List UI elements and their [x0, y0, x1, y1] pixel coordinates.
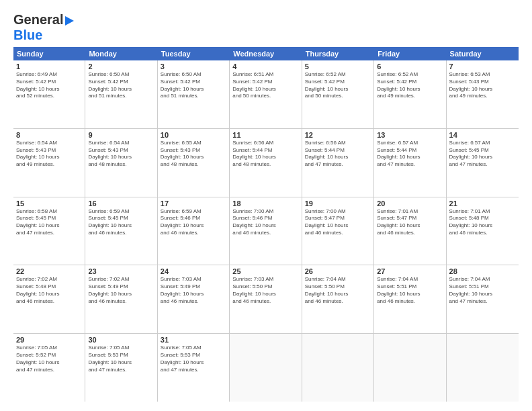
day-number: 6	[377, 62, 443, 71]
logo-blue: Blue	[13, 28, 42, 42]
day-info: Sunrise: 7:00 AM Sunset: 5:46 PM Dayligh…	[232, 208, 298, 237]
calendar-cell: 5Sunrise: 6:52 AM Sunset: 5:42 PM Daylig…	[302, 60, 374, 128]
day-info: Sunrise: 7:05 AM Sunset: 5:53 PM Dayligh…	[88, 345, 154, 373]
logo: General Blue	[13, 12, 74, 43]
day-number: 9	[88, 131, 154, 139]
day-number: 28	[449, 267, 516, 275]
day-info: Sunrise: 6:59 AM Sunset: 5:45 PM Dayligh…	[88, 208, 154, 237]
day-info: Sunrise: 6:57 AM Sunset: 5:44 PM Dayligh…	[377, 140, 443, 169]
header-day-thursday: Thursday	[302, 47, 374, 60]
day-number: 29	[16, 336, 82, 344]
day-info: Sunrise: 7:05 AM Sunset: 5:52 PM Dayligh…	[16, 345, 82, 373]
calendar-cell: 8Sunrise: 6:54 AM Sunset: 5:43 PM Daylig…	[13, 129, 85, 197]
day-number: 18	[232, 199, 298, 208]
logo-general: General	[13, 12, 63, 28]
calendar-cell: 27Sunrise: 7:04 AM Sunset: 5:51 PM Dayli…	[374, 265, 446, 333]
calendar-cell	[447, 334, 519, 402]
calendar-cell: 2Sunrise: 6:50 AM Sunset: 5:42 PM Daylig…	[85, 60, 157, 128]
day-info: Sunrise: 7:05 AM Sunset: 5:53 PM Dayligh…	[161, 345, 226, 373]
day-number: 13	[377, 131, 443, 139]
calendar-cell	[302, 334, 374, 402]
day-info: Sunrise: 7:04 AM Sunset: 5:51 PM Dayligh…	[377, 276, 443, 305]
day-info: Sunrise: 6:59 AM Sunset: 5:46 PM Dayligh…	[161, 208, 226, 237]
calendar-cell: 18Sunrise: 7:00 AM Sunset: 5:46 PM Dayli…	[230, 197, 302, 265]
calendar-body: 1Sunrise: 6:49 AM Sunset: 5:42 PM Daylig…	[13, 60, 519, 402]
calendar-cell: 25Sunrise: 7:03 AM Sunset: 5:50 PM Dayli…	[230, 265, 302, 333]
day-info: Sunrise: 6:54 AM Sunset: 5:43 PM Dayligh…	[16, 140, 82, 169]
logo-arrow-icon	[65, 16, 74, 26]
calendar-cell: 4Sunrise: 6:51 AM Sunset: 5:42 PM Daylig…	[230, 60, 302, 128]
calendar-cell: 20Sunrise: 7:01 AM Sunset: 5:47 PM Dayli…	[374, 197, 446, 265]
day-info: Sunrise: 6:52 AM Sunset: 5:42 PM Dayligh…	[305, 71, 371, 100]
day-number: 5	[305, 62, 371, 71]
calendar-cell: 10Sunrise: 6:55 AM Sunset: 5:43 PM Dayli…	[158, 129, 230, 197]
day-info: Sunrise: 6:54 AM Sunset: 5:43 PM Dayligh…	[88, 140, 154, 169]
calendar-cell: 6Sunrise: 6:52 AM Sunset: 5:42 PM Daylig…	[374, 60, 446, 128]
day-number: 15	[16, 199, 82, 208]
day-info: Sunrise: 7:03 AM Sunset: 5:50 PM Dayligh…	[232, 276, 298, 305]
day-number: 3	[161, 62, 226, 71]
day-info: Sunrise: 7:02 AM Sunset: 5:49 PM Dayligh…	[88, 276, 154, 305]
header-day-tuesday: Tuesday	[158, 47, 230, 60]
calendar-week-1: 1Sunrise: 6:49 AM Sunset: 5:42 PM Daylig…	[13, 60, 519, 129]
header: General Blue	[13, 12, 519, 43]
day-info: Sunrise: 6:53 AM Sunset: 5:43 PM Dayligh…	[449, 71, 516, 100]
day-number: 30	[88, 336, 154, 344]
calendar-cell	[230, 334, 302, 402]
calendar-cell: 14Sunrise: 6:57 AM Sunset: 5:45 PM Dayli…	[447, 129, 519, 197]
day-info: Sunrise: 6:57 AM Sunset: 5:45 PM Dayligh…	[449, 140, 516, 169]
day-info: Sunrise: 6:50 AM Sunset: 5:42 PM Dayligh…	[161, 71, 226, 100]
day-number: 7	[449, 62, 516, 71]
day-info: Sunrise: 7:02 AM Sunset: 5:48 PM Dayligh…	[16, 276, 82, 305]
calendar-cell: 28Sunrise: 7:04 AM Sunset: 5:51 PM Dayli…	[447, 265, 519, 333]
calendar-header: SundayMondayTuesdayWednesdayThursdayFrid…	[13, 47, 519, 60]
calendar-cell: 11Sunrise: 6:56 AM Sunset: 5:44 PM Dayli…	[230, 129, 302, 197]
header-day-friday: Friday	[374, 47, 446, 60]
day-number: 16	[88, 199, 154, 208]
day-info: Sunrise: 6:52 AM Sunset: 5:42 PM Dayligh…	[377, 71, 443, 100]
day-number: 4	[232, 62, 298, 71]
day-number: 20	[377, 199, 443, 208]
calendar-cell: 13Sunrise: 6:57 AM Sunset: 5:44 PM Dayli…	[374, 129, 446, 197]
header-day-monday: Monday	[85, 47, 157, 60]
calendar-cell: 17Sunrise: 6:59 AM Sunset: 5:46 PM Dayli…	[158, 197, 230, 265]
day-number: 31	[161, 336, 226, 344]
calendar-cell: 19Sunrise: 7:00 AM Sunset: 5:47 PM Dayli…	[302, 197, 374, 265]
day-number: 14	[449, 131, 516, 139]
day-info: Sunrise: 6:49 AM Sunset: 5:42 PM Dayligh…	[16, 71, 82, 100]
day-info: Sunrise: 7:01 AM Sunset: 5:48 PM Dayligh…	[449, 208, 516, 237]
day-number: 26	[305, 267, 371, 275]
calendar-week-2: 8Sunrise: 6:54 AM Sunset: 5:43 PM Daylig…	[13, 129, 519, 197]
day-number: 17	[161, 199, 226, 208]
calendar-cell	[374, 334, 446, 402]
calendar: SundayMondayTuesdayWednesdayThursdayFrid…	[13, 47, 519, 402]
day-number: 24	[161, 267, 226, 275]
day-number: 22	[16, 267, 82, 275]
day-number: 19	[305, 199, 371, 208]
calendar-week-4: 22Sunrise: 7:02 AM Sunset: 5:48 PM Dayli…	[13, 265, 519, 334]
calendar-week-3: 15Sunrise: 6:58 AM Sunset: 5:45 PM Dayli…	[13, 197, 519, 266]
day-info: Sunrise: 7:00 AM Sunset: 5:47 PM Dayligh…	[305, 208, 371, 237]
day-number: 10	[161, 131, 226, 139]
day-info: Sunrise: 6:56 AM Sunset: 5:44 PM Dayligh…	[305, 140, 371, 169]
day-info: Sunrise: 6:50 AM Sunset: 5:42 PM Dayligh…	[88, 71, 154, 100]
calendar-cell: 24Sunrise: 7:03 AM Sunset: 5:49 PM Dayli…	[158, 265, 230, 333]
day-number: 12	[305, 131, 371, 139]
day-info: Sunrise: 7:03 AM Sunset: 5:49 PM Dayligh…	[161, 276, 226, 305]
page: General Blue SundayMondayTuesdayWednesda…	[0, 0, 532, 411]
calendar-cell: 31Sunrise: 7:05 AM Sunset: 5:53 PM Dayli…	[158, 334, 230, 402]
calendar-cell: 30Sunrise: 7:05 AM Sunset: 5:53 PM Dayli…	[85, 334, 157, 402]
day-info: Sunrise: 6:58 AM Sunset: 5:45 PM Dayligh…	[16, 208, 82, 237]
calendar-cell: 22Sunrise: 7:02 AM Sunset: 5:48 PM Dayli…	[13, 265, 85, 333]
day-info: Sunrise: 7:04 AM Sunset: 5:50 PM Dayligh…	[305, 276, 371, 305]
calendar-cell: 1Sunrise: 6:49 AM Sunset: 5:42 PM Daylig…	[13, 60, 85, 128]
day-number: 11	[232, 131, 298, 139]
day-info: Sunrise: 6:55 AM Sunset: 5:43 PM Dayligh…	[161, 140, 226, 169]
calendar-cell: 15Sunrise: 6:58 AM Sunset: 5:45 PM Dayli…	[13, 197, 85, 265]
header-day-wednesday: Wednesday	[230, 47, 302, 60]
calendar-cell: 3Sunrise: 6:50 AM Sunset: 5:42 PM Daylig…	[158, 60, 230, 128]
day-number: 1	[16, 62, 82, 71]
day-number: 2	[88, 62, 154, 71]
calendar-cell: 16Sunrise: 6:59 AM Sunset: 5:45 PM Dayli…	[85, 197, 157, 265]
header-day-saturday: Saturday	[447, 47, 519, 60]
